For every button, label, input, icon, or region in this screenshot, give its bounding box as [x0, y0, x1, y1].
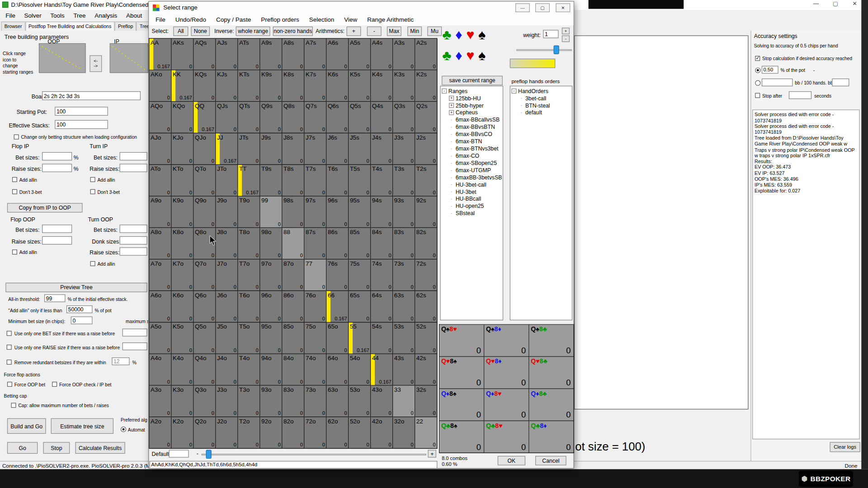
hand-cell-22[interactable]: 220 [415, 417, 437, 449]
hand-cell-73o[interactable]: 73o0 [304, 385, 326, 417]
hand-cell-62o[interactable]: 62o0 [326, 417, 349, 449]
suit-bottom-heart-icon[interactable]: ♥ [466, 47, 474, 64]
hand-cell-k7s[interactable]: K7s0 [304, 70, 326, 102]
tab-browser[interactable]: Browser [1, 22, 25, 31]
hand-cell-92s[interactable]: 92s0 [415, 197, 437, 228]
hand-cell-j7s[interactable]: J7s0 [304, 133, 326, 165]
whole-range-button[interactable]: whole range [236, 27, 270, 36]
suit-top-club-icon[interactable]: ♣ [442, 26, 451, 43]
hand-cell-92o[interactable]: 92o0 [260, 417, 283, 449]
weight-gradient-bar[interactable] [510, 59, 555, 68]
ranges-tree-item-sbsteal[interactable]: -SBsteal [442, 210, 503, 217]
combo-cell-Qh8d[interactable]: Q♥8♦0 [484, 357, 529, 389]
hand-cell-k9o[interactable]: K9o0 [172, 197, 194, 228]
suit-bottom-club-icon[interactable]: ♣ [442, 47, 451, 64]
hand-cell-93o[interactable]: 93o0 [260, 385, 283, 417]
hand-cell-q6o[interactable]: Q6o0 [194, 291, 216, 323]
hand-cell-86s[interactable]: 86s0 [326, 228, 349, 259]
hand-cell-k3s[interactable]: K3s0 [393, 70, 415, 102]
allin-threshold-input[interactable] [44, 294, 66, 302]
hand-cell-t6o[interactable]: T6o0 [238, 291, 260, 323]
hand-cell-t4o[interactable]: T4o0 [238, 354, 260, 386]
dialog-minimize-button[interactable]: — [515, 3, 530, 12]
hand-cell-a4s[interactable]: A4s0 [371, 39, 393, 70]
hand-cell-t7s[interactable]: T7s0 [304, 165, 326, 197]
stop-calc-checkbox[interactable] [755, 56, 760, 61]
hand-cell-kts[interactable]: KTs0 [238, 70, 260, 102]
hand-cell-32o[interactable]: 32o0 [393, 417, 415, 449]
menu-about[interactable]: About [122, 10, 146, 20]
hand-cell-94s[interactable]: 94s0 [371, 197, 393, 228]
dialog-menu-selection[interactable]: Selection [304, 14, 339, 24]
weight-slider-track[interactable] [202, 454, 426, 455]
hand-cell-32s[interactable]: 32s0 [415, 385, 437, 417]
expander-icon[interactable]: + [449, 103, 454, 108]
ranges-tree-item-6maxbb-3betvssb[interactable]: -6maxBB-3betvsSB [442, 174, 503, 181]
hand-cell-85s[interactable]: 85s0 [349, 228, 371, 259]
hand-cell-q7s[interactable]: Q7s0 [304, 102, 326, 133]
hand-cell-a6o[interactable]: A6o0 [150, 291, 172, 323]
hand-cell-95s[interactable]: 95s0 [349, 197, 371, 228]
one-bet-size-checkbox[interactable] [7, 331, 12, 336]
ranges-tree-item-25bb-hyper[interactable]: +25bb-hyper [442, 102, 503, 109]
hand-cell-q3o[interactable]: Q3o0 [194, 385, 216, 417]
hand-cell-54s[interactable]: 54s0 [371, 323, 393, 354]
pot-pct-radio[interactable] [755, 67, 760, 73]
stop-button[interactable]: Stop [43, 442, 70, 454]
hand-cell-99[interactable]: 990 [260, 197, 283, 228]
expander-icon[interactable]: - [442, 89, 447, 94]
arithmetic-min-button[interactable]: Min [407, 27, 422, 36]
hand-cell-a6s[interactable]: A6s0 [326, 39, 349, 70]
stop-after-checkbox[interactable] [755, 93, 760, 98]
ranges-tree-root[interactable]: -Ranges [442, 87, 503, 94]
maximize-icon[interactable]: ▢ [829, 0, 842, 6]
suit-bottom-diamond-icon[interactable]: ♦ [455, 47, 462, 64]
dialog-menu-range-arithmetic[interactable]: Range Arithmetic [362, 14, 419, 24]
bb-value-input[interactable] [832, 79, 849, 86]
weight-input[interactable] [543, 30, 558, 38]
hand-cell-t7o[interactable]: T7o0 [238, 259, 260, 291]
ok-button[interactable]: OK [498, 456, 525, 465]
expander-icon[interactable]: - [511, 89, 516, 94]
hand-cell-98o[interactable]: 98o0 [260, 228, 283, 259]
hand-cell-t8o[interactable]: T8o0 [238, 228, 260, 259]
hand-cell-k9s[interactable]: K9s0 [260, 70, 283, 102]
hand-cell-q4s[interactable]: Q4s0 [371, 102, 393, 133]
hand-cell-98s[interactable]: 98s0 [282, 197, 304, 228]
stop-after-input[interactable] [789, 91, 811, 99]
hand-cell-kjo[interactable]: KJo0 [172, 133, 194, 165]
turn-oop-bet-sizes-input[interactable] [119, 225, 147, 233]
arithmetic---button[interactable]: - [367, 27, 382, 36]
hand-cell-j9s[interactable]: J9s0 [260, 133, 283, 165]
hand-cell-87s[interactable]: 87s0 [304, 228, 326, 259]
hand-cell-96s[interactable]: 96s0 [326, 197, 349, 228]
non-zero-hands-button[interactable]: non-zero hands [273, 27, 313, 36]
combo-cell-Qs8h[interactable]: Q♠8♥0 [439, 325, 484, 357]
dialog-menu-copy-paste[interactable]: Copy / Paste [211, 14, 256, 24]
hand-cell-j6o[interactable]: J6o0 [216, 291, 238, 323]
combo-cell-Qh8c[interactable]: Q♥8♣0 [529, 357, 574, 389]
hand-cell-52s[interactable]: 52s0 [415, 323, 437, 354]
hand-cell-jto[interactable]: JTo0 [216, 165, 238, 197]
hand-cell-q3s[interactable]: Q3s0 [393, 102, 415, 133]
hand-cell-a8s[interactable]: A8s0 [282, 39, 304, 70]
hand-cell-86o[interactable]: 86o0 [282, 291, 304, 323]
menu-analysis[interactable]: Analysis [90, 10, 122, 20]
hand-cell-44[interactable]: 440.167 [371, 354, 393, 386]
hand-cell-a7s[interactable]: A7s0 [304, 39, 326, 70]
hand-cell-k3o[interactable]: K3o0 [172, 385, 194, 417]
hand-cell-t5o[interactable]: T5o0 [238, 323, 260, 354]
weight-scale-track[interactable] [516, 49, 571, 51]
hand-cell-j7o[interactable]: J7o0 [216, 259, 238, 291]
change-only-betting-checkbox[interactable] [14, 135, 19, 140]
arithmetic-mu-button[interactable]: Mu [427, 27, 442, 36]
hand-cell-a2o[interactable]: A2o0 [150, 417, 172, 449]
flop-ip-raise-sizes-input[interactable] [42, 164, 72, 172]
solver-log[interactable]: Solver process died with error code - 10… [752, 109, 860, 439]
hand-cell-qjo[interactable]: QJo0 [194, 133, 216, 165]
slider-minus-label[interactable]: - [197, 450, 198, 456]
hand-cell-97o[interactable]: 97o0 [260, 259, 283, 291]
hand-cell-q7o[interactable]: Q7o0 [194, 259, 216, 291]
slider-plus-button[interactable]: + [428, 450, 436, 458]
hand-cell-76o[interactable]: 76o0 [304, 291, 326, 323]
